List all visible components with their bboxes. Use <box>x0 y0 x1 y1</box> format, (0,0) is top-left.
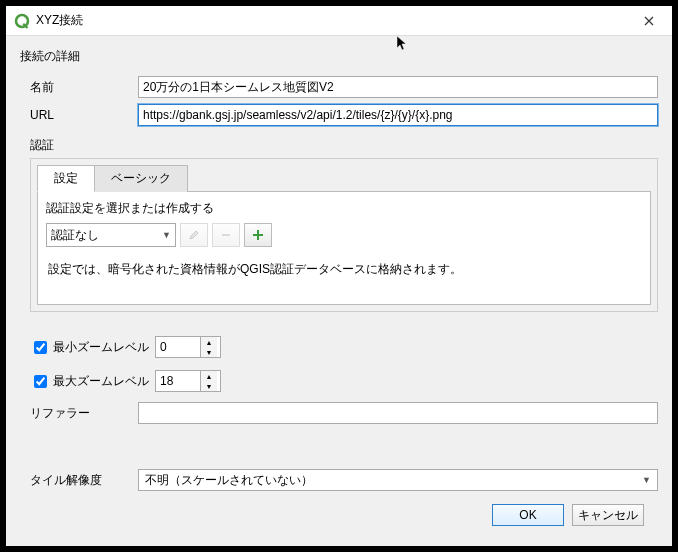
tab-config[interactable]: 設定 <box>37 165 95 192</box>
plus-icon <box>252 229 264 241</box>
chevron-down-icon: ▼ <box>162 230 171 240</box>
name-label: 名前 <box>30 79 138 96</box>
cancel-button[interactable]: キャンセル <box>572 504 644 526</box>
pencil-icon <box>188 229 200 241</box>
app-logo-icon <box>14 13 30 29</box>
min-zoom-spinbox[interactable]: ▲▼ <box>155 336 221 358</box>
tile-res-combo[interactable]: 不明（スケールされていない） ▼ <box>138 469 658 491</box>
svg-rect-2 <box>222 234 230 236</box>
max-zoom-checkbox[interactable] <box>34 375 47 388</box>
min-zoom-input[interactable] <box>156 338 200 356</box>
tile-res-label: タイル解像度 <box>30 472 138 489</box>
referer-label: リファラー <box>30 405 138 422</box>
url-input[interactable] <box>138 104 658 126</box>
close-icon <box>644 16 654 26</box>
minus-icon <box>220 229 232 241</box>
spin-up-icon[interactable]: ▲ <box>201 371 217 381</box>
url-label: URL <box>30 108 138 122</box>
spin-down-icon[interactable]: ▼ <box>201 381 217 391</box>
chevron-down-icon: ▼ <box>642 475 651 485</box>
ok-button[interactable]: OK <box>492 504 564 526</box>
titlebar: XYZ接続 <box>6 6 672 36</box>
auth-combo-value: 認証なし <box>51 227 99 244</box>
remove-auth-button[interactable] <box>212 223 240 247</box>
auth-label: 認証 <box>20 137 658 154</box>
section-label: 接続の詳細 <box>20 48 658 65</box>
svg-rect-4 <box>253 234 263 236</box>
max-zoom-spinbox[interactable]: ▲▼ <box>155 370 221 392</box>
auth-box: 設定 ベーシック 認証設定を選択または作成する 認証なし ▼ <box>30 158 658 312</box>
spin-down-icon[interactable]: ▼ <box>201 347 217 357</box>
max-zoom-label: 最大ズームレベル <box>53 373 155 390</box>
add-auth-button[interactable] <box>244 223 272 247</box>
window-title: XYZ接続 <box>36 12 634 29</box>
name-input[interactable] <box>138 76 658 98</box>
max-zoom-input[interactable] <box>156 372 200 390</box>
auth-prompt: 認証設定を選択または作成する <box>46 200 642 217</box>
auth-hint: 設定では、暗号化された資格情報がQGIS認証データベースに格納されます。 <box>48 261 640 278</box>
tab-basic[interactable]: ベーシック <box>94 165 188 192</box>
referer-input[interactable] <box>138 402 658 424</box>
tile-res-value: 不明（スケールされていない） <box>145 472 313 489</box>
min-zoom-checkbox[interactable] <box>34 341 47 354</box>
spin-up-icon[interactable]: ▲ <box>201 337 217 347</box>
close-button[interactable] <box>634 7 664 35</box>
auth-combo[interactable]: 認証なし ▼ <box>46 223 176 247</box>
min-zoom-label: 最小ズームレベル <box>53 339 155 356</box>
edit-auth-button[interactable] <box>180 223 208 247</box>
